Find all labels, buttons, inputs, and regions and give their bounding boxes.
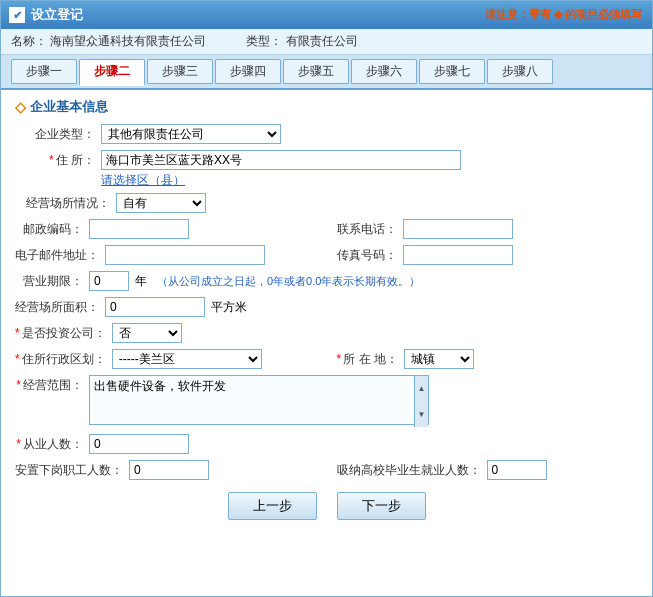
laid-college-row: 安置下岗职工人数： 吸纳高校毕业生就业人数： — [15, 460, 638, 480]
header-bar: 名称： 海南望众通科技有限责任公司 类型： 有限责任公司 — [1, 29, 652, 55]
tab-step1[interactable]: 步骤一 — [11, 59, 77, 84]
scope-scroll-box: 出售硬件设备，软件开发 ▲ ▼ — [89, 375, 429, 428]
invest-select[interactable]: 否 — [112, 323, 182, 343]
phone-label: 联系电话： — [337, 221, 397, 238]
district-select[interactable]: -----美兰区 — [112, 349, 262, 369]
address-row: 住 所： — [15, 150, 638, 170]
content-area: ◇ 企业基本信息 企业类型： 其他有限责任公司 住 所： 请选择区（县） 经营场… — [1, 90, 652, 597]
address-district-link[interactable]: 请选择区（县） — [101, 172, 185, 189]
phone-input[interactable] — [403, 219, 513, 239]
tab-step5[interactable]: 步骤五 — [283, 59, 349, 84]
section-title: ◇ 企业基本信息 — [15, 98, 638, 116]
title-icon: ✔ — [9, 7, 25, 23]
college-input[interactable] — [487, 460, 547, 480]
scroll-up-arrow[interactable]: ▲ — [415, 376, 428, 402]
employees-label: 从业人数： — [15, 436, 83, 453]
scope-textarea[interactable]: 出售硬件设备，软件开发 — [89, 375, 429, 425]
title-text: 设立登记 — [31, 6, 83, 24]
postal-phone-row: 邮政编码： 联系电话： — [15, 219, 638, 239]
company-type-label: 企业类型： — [15, 126, 95, 143]
business-place-label: 经营场所情况： — [15, 195, 110, 212]
college-label: 吸纳高校毕业生就业人数： — [337, 462, 481, 479]
invest-row: 是否投资公司： 否 — [15, 323, 638, 343]
tab-step6[interactable]: 步骤六 — [351, 59, 417, 84]
district-label: 住所行政区划： — [15, 351, 106, 368]
address-label: 住 所： — [15, 152, 95, 169]
company-name-label: 名称： 海南望众通科技有限责任公司 — [11, 33, 206, 50]
business-place-row: 经营场所情况： 自有 — [15, 193, 638, 213]
period-row: 营业期限： 年 （从公司成立之日起，0年或者0.0年表示长期有效。） — [15, 271, 638, 291]
diamond-icon: ◇ — [15, 99, 26, 115]
tab-step3[interactable]: 步骤三 — [147, 59, 213, 84]
employees-input[interactable] — [89, 434, 189, 454]
tab-step4[interactable]: 步骤四 — [215, 59, 281, 84]
postal-label: 邮政编码： — [15, 221, 83, 238]
area-input[interactable] — [105, 297, 205, 317]
business-place-select[interactable]: 自有 — [116, 193, 206, 213]
invest-label: 是否投资公司： — [15, 325, 106, 342]
address-link-row: 请选择区（县） — [101, 172, 638, 189]
tab-step2[interactable]: 步骤二 — [79, 59, 145, 86]
scroll-down-arrow[interactable]: ▼ — [415, 402, 428, 428]
prev-button[interactable]: 上一步 — [228, 492, 317, 520]
area-row: 经营场所面积： 平方米 — [15, 297, 638, 317]
scope-scrollbar[interactable]: ▲ ▼ — [414, 376, 428, 427]
area-label: 经营场所面积： — [15, 299, 99, 316]
email-input[interactable] — [105, 245, 265, 265]
next-button[interactable]: 下一步 — [337, 492, 426, 520]
area-unit: 平方米 — [211, 299, 247, 316]
period-input[interactable] — [89, 271, 129, 291]
postal-input[interactable] — [89, 219, 189, 239]
district-location-row: 住所行政区划： -----美兰区 所 在 地： 城镇 — [15, 349, 638, 369]
laid-off-label: 安置下岗职工人数： — [15, 462, 123, 479]
period-label: 营业期限： — [15, 273, 83, 290]
period-unit: 年 — [135, 273, 147, 290]
title-bar: ✔ 设立登记 请注意：带有 ◆ 的项目必须填写 — [1, 1, 652, 29]
tab-step8[interactable]: 步骤八 — [487, 59, 553, 84]
buttons-row: 上一步 下一步 — [15, 492, 638, 528]
scope-row: 经营范围： 出售硬件设备，软件开发 ▲ ▼ — [15, 375, 638, 428]
fax-label: 传真号码： — [337, 247, 397, 264]
tab-step7[interactable]: 步骤七 — [419, 59, 485, 84]
period-hint: （从公司成立之日起，0年或者0.0年表示长期有效。） — [157, 274, 420, 289]
main-window: ✔ 设立登记 请注意：带有 ◆ 的项目必须填写 名称： 海南望众通科技有限责任公… — [0, 0, 653, 597]
company-type-label: 类型： 有限责任公司 — [226, 33, 357, 50]
company-type-select[interactable]: 其他有限责任公司 — [101, 124, 281, 144]
tabs-row: 步骤一 步骤二 步骤三 步骤四 步骤五 步骤六 步骤七 步骤八 — [1, 55, 652, 90]
employees-row: 从业人数： — [15, 434, 638, 454]
email-fax-row: 电子邮件地址： 传真号码： — [15, 245, 638, 265]
company-type-row: 企业类型： 其他有限责任公司 — [15, 124, 638, 144]
laid-off-input[interactable] — [129, 460, 209, 480]
address-input[interactable] — [101, 150, 461, 170]
location-label: 所 在 地： — [337, 351, 398, 368]
location-select[interactable]: 城镇 — [404, 349, 474, 369]
fax-input[interactable] — [403, 245, 513, 265]
notice: 请注意：带有 ◆ 的项目必须填写 — [485, 7, 642, 22]
scope-label: 经营范围： — [15, 377, 83, 394]
email-label: 电子邮件地址： — [15, 247, 99, 264]
